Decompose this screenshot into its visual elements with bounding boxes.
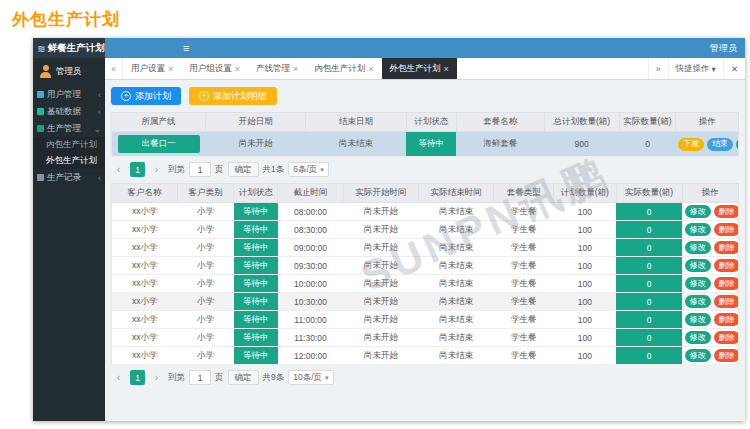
production-line-chip[interactable]: 出餐口一 [118, 135, 200, 153]
confirm-page-button[interactable]: 确定 [228, 370, 259, 385]
edit-button[interactable]: 修改 [736, 138, 738, 151]
cell-actual-end: 尚未结束 [419, 329, 494, 347]
cell-category: 小学 [177, 329, 233, 347]
tabs-collapse-icon[interactable]: « [105, 58, 123, 79]
detail-table-row[interactable]: xx小学小学等待中10:30:00尚未开始尚未结束学生餐1000修改删除 [112, 293, 739, 311]
sidebar-item[interactable]: 生产记录‹ [33, 169, 105, 186]
edit-button[interactable]: 修改 [685, 331, 711, 344]
tab-item[interactable]: 用户组设置× [181, 58, 248, 79]
add-plan-detail-button[interactable]: + 添加计划明细 [189, 87, 277, 105]
page-number-button[interactable]: 1 [130, 162, 145, 177]
topbar-user-menu[interactable]: 管理员 [710, 42, 737, 55]
edit-button[interactable]: 修改 [685, 295, 711, 308]
prev-page-button[interactable]: ‹ [111, 370, 126, 385]
page-size-select[interactable]: 6条/页 ▾ [288, 162, 329, 177]
chevron-down-icon: ▾ [320, 166, 324, 174]
edit-button[interactable]: 修改 [685, 349, 711, 362]
dispatch-button[interactable]: 下发 [678, 138, 704, 151]
jump-page-input[interactable] [189, 370, 211, 385]
sidebar-item-label: 基础数据 [47, 106, 95, 118]
tab-label: 外包生产计划 [390, 63, 441, 75]
cell-planned: 100 [553, 329, 616, 347]
next-page-button[interactable]: › [149, 370, 164, 385]
tab-close-icon[interactable]: × [368, 64, 373, 74]
confirm-page-button[interactable]: 确定 [228, 162, 259, 177]
sidebar-toggle-icon[interactable]: ≡ [183, 43, 189, 54]
detail-table-row[interactable]: xx小学小学等待中11:00:00尚未开始尚未结束学生餐1000修改删除 [112, 311, 739, 329]
total-count-label: 共9条 [263, 372, 285, 384]
cell-meal-type: 学生餐 [494, 275, 554, 293]
tab-item[interactable]: 用户设置× [123, 58, 181, 79]
delete-button[interactable]: 删除 [714, 241, 739, 254]
delete-button[interactable]: 删除 [714, 277, 739, 290]
plus-icon: + [199, 91, 209, 101]
cell-planned: 100 [553, 203, 616, 221]
plan-table-row[interactable]: 出餐口一尚未开始尚未结束等待中海鲜套餐9000下发结束修改删除 [112, 132, 739, 157]
jump-page-input[interactable] [189, 162, 211, 177]
sidebar: 管理员 用户管理‹基础数据‹生产管理⌄内包生产计划外包生产计划生产记录‹ [33, 58, 105, 421]
column-header: 截止时间 [278, 184, 344, 203]
sidebar-item[interactable]: 基础数据‹ [33, 103, 105, 120]
close-all-tabs-icon[interactable]: ✕ [723, 58, 745, 79]
tab-close-icon[interactable]: × [235, 64, 240, 74]
sidebar-item[interactable]: 用户管理‹ [33, 86, 105, 103]
tab-close-icon[interactable]: × [444, 64, 449, 74]
edit-button[interactable]: 修改 [685, 241, 711, 254]
edit-button[interactable]: 修改 [685, 205, 711, 218]
detail-table-row[interactable]: xx小学小学等待中08:00:00尚未开始尚未结束学生餐1000修改删除 [112, 203, 739, 221]
tab-close-icon[interactable]: × [168, 64, 173, 74]
detail-table-row[interactable]: xx小学小学等待中09:00:00尚未开始尚未结束学生餐1000修改删除 [112, 239, 739, 257]
cell-deadline: 09:30:00 [278, 257, 344, 275]
cell-planned: 100 [553, 347, 616, 365]
column-header: 客户类别 [177, 184, 233, 203]
cell-category: 小学 [177, 239, 233, 257]
sidebar-subitem[interactable]: 外包生产计划 [33, 153, 105, 169]
cell-actions: 修改删除 [682, 203, 739, 221]
cell-actual-start: 尚未开始 [343, 329, 418, 347]
column-header: 套餐类型 [494, 184, 554, 203]
edit-button[interactable]: 修改 [685, 223, 711, 236]
detail-table-row[interactable]: xx小学小学等待中10:00:00尚未开始尚未结束学生餐1000修改删除 [112, 275, 739, 293]
quick-actions-dropdown[interactable]: 快捷操作 ▾ [668, 58, 723, 79]
delete-button[interactable]: 删除 [714, 205, 739, 218]
detail-table-row[interactable]: xx小学小学等待中09:30:00尚未开始尚未结束学生餐1000修改删除 [112, 257, 739, 275]
page-size-select[interactable]: 10条/页 ▾ [288, 370, 333, 385]
delete-button[interactable]: 删除 [714, 331, 739, 344]
tab-item[interactable]: 外包生产计划× [382, 58, 457, 79]
edit-button[interactable]: 修改 [685, 313, 711, 326]
tab-item[interactable]: 产线管理× [248, 58, 306, 79]
edit-button[interactable]: 修改 [685, 259, 711, 272]
tab-item[interactable]: 内包生产计划× [306, 58, 381, 79]
detail-table-row[interactable]: xx小学小学等待中12:00:00尚未开始尚未结束学生餐1000修改删除 [112, 347, 739, 365]
status-badge: 等待中 [234, 221, 278, 239]
cell-actual-start: 尚未开始 [343, 293, 418, 311]
add-plan-button[interactable]: + 添加计划 [111, 87, 181, 105]
next-page-button[interactable]: › [149, 162, 164, 177]
sidebar-item[interactable]: 生产管理⌄ [33, 120, 105, 137]
page-number-button[interactable]: 1 [130, 370, 145, 385]
cell-actions: 修改删除 [682, 257, 739, 275]
cell-customer: xx小学 [112, 275, 178, 293]
delete-button[interactable]: 删除 [714, 349, 739, 362]
sidebar-subitem-label: 外包生产计划 [46, 155, 97, 167]
detail-table-row[interactable]: xx小学小学等待中11:30:00尚未开始尚未结束学生餐1000修改删除 [112, 329, 739, 347]
sidebar-subitem-label: 内包生产计划 [46, 139, 97, 151]
prev-page-button[interactable]: ‹ [111, 162, 126, 177]
status-badge: 等待中 [234, 311, 278, 329]
column-header: 实际数量(箱) [619, 113, 675, 132]
cell-start-date: 尚未开始 [206, 132, 306, 157]
cell-actual-start: 尚未开始 [343, 311, 418, 329]
tab-close-icon[interactable]: × [293, 64, 298, 74]
delete-button[interactable]: 删除 [714, 259, 739, 272]
finish-button[interactable]: 结束 [707, 138, 733, 151]
delete-button[interactable]: 删除 [714, 313, 739, 326]
detail-table-row[interactable]: xx小学小学等待中08:30:00尚未开始尚未结束学生餐1000修改删除 [112, 221, 739, 239]
cell-customer: xx小学 [112, 239, 178, 257]
column-header: 所属产线 [112, 113, 206, 132]
sidebar-subitem[interactable]: 内包生产计划 [33, 137, 105, 153]
delete-button[interactable]: 删除 [714, 295, 739, 308]
delete-button[interactable]: 删除 [714, 223, 739, 236]
tabs-expand-icon[interactable]: » [648, 58, 668, 79]
edit-button[interactable]: 修改 [685, 277, 711, 290]
users-icon [37, 91, 44, 98]
